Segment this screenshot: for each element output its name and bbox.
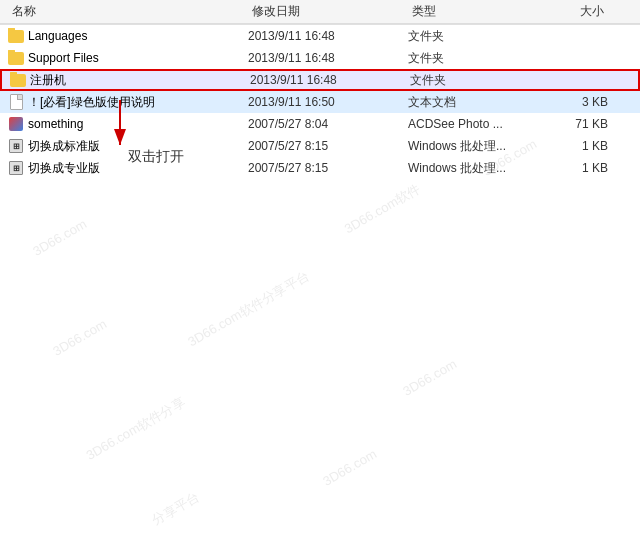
file-type: 文件夹 [410,72,540,89]
file-name-text: Languages [28,29,87,43]
list-item[interactable]: ⊞ 切换成专业版 2007/5/27 8:15 Windows 批处理... 1… [0,157,640,179]
list-item[interactable]: Languages 2013/9/11 16:48 文件夹 [0,25,640,47]
file-date: 2013/9/11 16:48 [250,73,410,87]
file-date: 2013/9/11 16:48 [248,29,408,43]
file-name-text: ！[必看]绿色版使用说明 [28,94,155,111]
col-header-date[interactable]: 修改日期 [248,3,408,20]
bat-icon: ⊞ [8,138,24,154]
file-name-cell: Support Files [8,50,248,66]
file-size: 1 KB [538,139,608,153]
column-headers: 名称 修改日期 类型 大小 [0,0,640,24]
col-header-name[interactable]: 名称 [8,3,248,20]
col-header-size[interactable]: 大小 [538,3,608,20]
bat-icon: ⊞ [8,160,24,176]
list-item[interactable]: Support Files 2013/9/11 16:48 文件夹 [0,47,640,69]
file-name-cell: Languages [8,28,248,44]
file-type: 文本文档 [408,94,538,111]
list-item[interactable]: ⊞ 切换成标准版 2007/5/27 8:15 Windows 批处理... 1… [0,135,640,157]
file-name-text: 注册机 [30,72,66,89]
folder-icon [8,28,24,44]
list-item-zhuce[interactable]: 注册机 2013/9/11 16:48 文件夹 [0,69,640,91]
file-name-cell: something [8,116,248,132]
file-name-text: 切换成标准版 [28,138,100,155]
file-date: 2013/9/11 16:50 [248,95,408,109]
file-date: 2013/9/11 16:48 [248,51,408,65]
list-item-something[interactable]: something 2007/5/27 8:04 ACDSee Photo ..… [0,113,640,135]
file-name-cell: ⊞ 切换成标准版 [8,138,248,155]
file-name-cell: ！[必看]绿色版使用说明 [8,94,248,111]
file-date: 2007/5/27 8:15 [248,139,408,153]
file-name-text: 切换成专业版 [28,160,100,177]
file-type: 文件夹 [408,50,538,67]
file-name-cell: ⊞ 切换成专业版 [8,160,248,177]
file-name-cell: 注册机 [10,72,250,89]
file-size: 71 KB [538,117,608,131]
file-type: Windows 批处理... [408,160,538,177]
file-explorer: 3D66.com 3D66.com软件分享平台 3D66.com 3D66.co… [0,0,640,558]
file-type: Windows 批处理... [408,138,538,155]
file-date: 2007/5/27 8:04 [248,117,408,131]
doc-icon [8,94,24,110]
file-date: 2007/5/27 8:15 [248,161,408,175]
file-list: Languages 2013/9/11 16:48 文件夹 Support Fi… [0,25,640,179]
list-item[interactable]: ！[必看]绿色版使用说明 2013/9/11 16:50 文本文档 3 KB [0,91,640,113]
folder-icon [8,50,24,66]
col-header-type[interactable]: 类型 [408,3,538,20]
file-type: ACDSee Photo ... [408,117,538,131]
file-size: 3 KB [538,95,608,109]
file-name-text: something [28,117,83,131]
file-name-text: Support Files [28,51,99,65]
acd-icon [8,116,24,132]
folder-icon [10,72,26,88]
file-type: 文件夹 [408,28,538,45]
file-size: 1 KB [538,161,608,175]
